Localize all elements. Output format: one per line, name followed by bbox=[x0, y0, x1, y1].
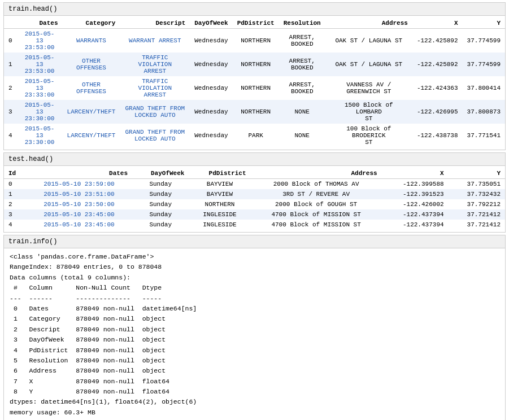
table-cell: NORTHERN bbox=[233, 76, 279, 100]
table-cell: OTHER OFFENSES bbox=[63, 76, 120, 100]
th-index bbox=[4, 18, 17, 29]
table-cell: 2015-05-10 23:45:00 bbox=[26, 220, 132, 230]
table-row: 42015-05-13 23:30:00LARCENY/THEFTGRAND T… bbox=[4, 124, 505, 147]
table-cell: 1 bbox=[4, 189, 26, 199]
train-head-header-row: Dates Category Descript DayOfWeek PdDist… bbox=[4, 18, 505, 29]
table-cell: 2015-05-10 23:59:00 bbox=[26, 179, 132, 190]
table-cell: ARREST, BOOKED bbox=[279, 76, 325, 100]
table-cell: 2015-05-10 23:51:00 bbox=[26, 189, 132, 199]
table-cell: 4700 Block of MISSION ST bbox=[251, 209, 382, 220]
table-cell: 3 bbox=[4, 100, 17, 124]
table-cell: 0 bbox=[4, 179, 26, 190]
table-cell: 3 bbox=[4, 209, 26, 220]
table-row: 02015-05-13 23:53:00WARRANTSWARRANT ARRE… bbox=[4, 29, 505, 53]
th-resolution: Resolution bbox=[279, 18, 325, 29]
table-cell: NORTHERN bbox=[189, 199, 250, 209]
table-row: 42015-05-10 23:45:00SundayINGLESIDE4700 … bbox=[4, 220, 505, 230]
table-cell: -122.425892 bbox=[412, 29, 463, 53]
table-cell: 100 Block of BRODERICK ST bbox=[325, 124, 412, 147]
train-info-content: <class 'pandas.core.frame.DataFrame'> Ra… bbox=[4, 248, 505, 420]
table-cell: LARCENY/THEFT bbox=[63, 100, 120, 124]
table-cell: 2000 Block of GOUGH ST bbox=[251, 199, 382, 209]
table-cell: PARK bbox=[233, 124, 279, 147]
table-cell: -122.426002 bbox=[382, 199, 449, 209]
table-cell: 37.800873 bbox=[463, 100, 505, 124]
table-cell: OAK ST / LAGUNA ST bbox=[325, 29, 412, 53]
table-cell: BAYVIEW bbox=[189, 189, 250, 199]
table-cell: 1500 Block of LOMBARD ST bbox=[325, 100, 412, 124]
table-cell: 37.735051 bbox=[449, 179, 505, 190]
table-cell: NONE bbox=[279, 100, 325, 124]
train-head-section: train.head() Dates Category Descript Day… bbox=[3, 2, 506, 150]
table-row: 22015-05-13 23:33:00OTHER OFFENSESTRAFFI… bbox=[4, 76, 505, 100]
table-cell: 2015-05-13 23:30:00 bbox=[17, 124, 63, 147]
table-cell: BAYVIEW bbox=[189, 179, 250, 190]
table-cell: WARRANTS bbox=[63, 29, 120, 53]
table-cell: VANNESS AV / GREENWICH ST bbox=[325, 76, 412, 100]
table-row: 02015-05-10 23:59:00SundayBAYVIEW2000 Bl… bbox=[4, 179, 505, 190]
table-cell: -122.438738 bbox=[412, 124, 463, 147]
train-info-label: train.info() bbox=[4, 235, 505, 248]
test-head-header-row: Id Dates DayOfWeek PdDistrict Address X … bbox=[4, 168, 505, 179]
table-cell: NORTHERN bbox=[233, 53, 279, 76]
table-cell: 0 bbox=[4, 29, 17, 53]
table-cell: TRAFFIC VIOLATION ARREST bbox=[120, 76, 190, 100]
table-cell: -122.425892 bbox=[412, 53, 463, 76]
info-pre: <class 'pandas.core.frame.DataFrame'> Ra… bbox=[10, 252, 499, 418]
table-cell: NORTHERN bbox=[233, 100, 279, 124]
table-row: 22015-05-10 23:50:00SundayNORTHERN2000 B… bbox=[4, 199, 505, 209]
table-cell: 1 bbox=[4, 53, 17, 76]
table-cell: ARREST, BOOKED bbox=[279, 53, 325, 76]
test-head-label: test.head() bbox=[4, 153, 505, 166]
table-cell: 4 bbox=[4, 220, 26, 230]
table-cell: -122.437394 bbox=[382, 209, 449, 220]
table-cell: WARRANT ARREST bbox=[120, 29, 190, 53]
table-cell: GRAND THEFT FROM LOCKED AUTO bbox=[120, 100, 190, 124]
test-head-section: test.head() Id Dates DayOfWeek PdDistric… bbox=[3, 152, 506, 233]
table-cell: 2 bbox=[4, 199, 26, 209]
th-x: X bbox=[412, 18, 463, 29]
test-head-table: Id Dates DayOfWeek PdDistrict Address X … bbox=[4, 168, 505, 230]
page-wrapper: train.head() Dates Category Descript Day… bbox=[0, 2, 509, 420]
table-cell: 2015-05-13 23:33:00 bbox=[17, 76, 63, 100]
table-cell: Sunday bbox=[132, 189, 189, 199]
table-cell: LARCENY/THEFT bbox=[63, 124, 120, 147]
table-cell: -122.424363 bbox=[412, 76, 463, 100]
table-cell: 2015-05-10 23:50:00 bbox=[26, 199, 132, 209]
table-cell: 37.732432 bbox=[449, 189, 505, 199]
table-cell: -122.437394 bbox=[382, 220, 449, 230]
table-cell: INGLESIDE bbox=[189, 220, 250, 230]
table-cell: ARREST, BOOKED bbox=[279, 29, 325, 53]
th-dates: Dates bbox=[17, 18, 63, 29]
table-cell: NORTHERN bbox=[233, 29, 279, 53]
table-row: 32015-05-10 23:45:00SundayINGLESIDE4700 … bbox=[4, 209, 505, 220]
train-info-section: train.info() <class 'pandas.core.frame.D… bbox=[3, 235, 506, 420]
table-cell: 4700 Block of MISSION ST bbox=[251, 220, 382, 230]
table-cell: Sunday bbox=[132, 199, 189, 209]
th-pddistrict2: PdDistrict bbox=[189, 168, 250, 179]
table-cell: -122.426995 bbox=[412, 100, 463, 124]
th-y: Y bbox=[463, 18, 505, 29]
table-cell: 2015-05-13 23:53:00 bbox=[17, 29, 63, 53]
th-dayofweek2: DayOfWeek bbox=[132, 168, 189, 179]
th-dates2: Dates bbox=[26, 168, 132, 179]
table-cell: 2015-05-13 23:30:00 bbox=[17, 100, 63, 124]
test-head-table-container: Id Dates DayOfWeek PdDistrict Address X … bbox=[4, 166, 505, 232]
table-cell: Sunday bbox=[132, 220, 189, 230]
table-cell: 37.774599 bbox=[463, 29, 505, 53]
table-cell: 37.800414 bbox=[463, 76, 505, 100]
table-cell: 2 bbox=[4, 76, 17, 100]
table-row: 12015-05-13 23:53:00OTHER OFFENSESTRAFFI… bbox=[4, 53, 505, 76]
table-cell: 4 bbox=[4, 124, 17, 147]
table-cell: OTHER OFFENSES bbox=[63, 53, 120, 76]
table-cell: 37.771541 bbox=[463, 124, 505, 147]
table-cell: GRAND THEFT FROM LOCKED AUTO bbox=[120, 124, 190, 147]
table-cell: Wednesday bbox=[190, 53, 232, 76]
table-cell: Sunday bbox=[132, 179, 189, 190]
th-category: Category bbox=[63, 18, 120, 29]
th-pddistrict: PdDistrict bbox=[233, 18, 279, 29]
table-cell: 3RD ST / REVERE AV bbox=[251, 189, 382, 199]
train-head-table-container: Dates Category Descript DayOfWeek PdDist… bbox=[4, 16, 505, 150]
table-cell: Wednesday bbox=[190, 29, 232, 53]
train-head-label: train.head() bbox=[4, 3, 505, 16]
